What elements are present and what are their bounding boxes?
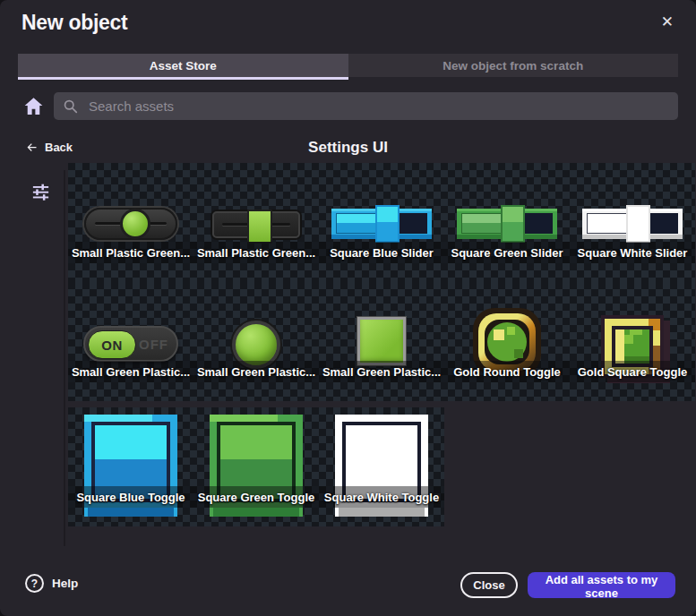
search-box[interactable] bbox=[54, 92, 678, 120]
back-arrow-icon bbox=[25, 141, 39, 154]
pixel-blue-slider-thumbnail bbox=[331, 209, 432, 239]
filter-tune-icon bbox=[30, 182, 51, 202]
tab-asset-store-label: Asset Store bbox=[150, 59, 217, 73]
asset-tile-square-white-slider[interactable]: Square White Slider bbox=[570, 163, 695, 282]
asset-tile-small-plastic-green-slider-square[interactable]: Small Plastic Green... bbox=[193, 163, 319, 282]
home-button[interactable] bbox=[22, 95, 45, 117]
asset-label-strip: Square White Toggle bbox=[319, 486, 444, 508]
asset-row-3: Square Blue Toggle Square Green Toggle S… bbox=[68, 407, 444, 526]
asset-tile-square-white-toggle[interactable]: Square White Toggle bbox=[319, 407, 444, 526]
new-object-dialog: New object ✕ Asset Store New object from… bbox=[0, 0, 696, 616]
green-square-button-thumbnail bbox=[357, 317, 406, 365]
asset-label-strip: Small Plastic Green... bbox=[68, 242, 193, 263]
asset-label: Small Green Plastic... bbox=[322, 365, 441, 379]
asset-tile-gold-round-toggle[interactable]: Gold Round Toggle bbox=[444, 282, 570, 401]
asset-tile-square-green-toggle[interactable]: Square Green Toggle bbox=[193, 407, 319, 526]
active-tab-underline bbox=[18, 77, 348, 80]
tab-asset-store[interactable]: Asset Store bbox=[18, 54, 348, 77]
asset-tile-small-green-plastic-square[interactable]: Small Green Plastic... bbox=[319, 282, 444, 401]
close-icon[interactable]: ✕ bbox=[661, 14, 674, 30]
asset-label: Square Blue Slider bbox=[330, 246, 434, 260]
pixel-white-slider-thumbnail bbox=[582, 209, 683, 239]
asset-label: Small Green Plastic... bbox=[197, 365, 315, 379]
asset-tile-square-blue-slider[interactable]: Square Blue Slider bbox=[319, 163, 444, 282]
section-title: Settings UI bbox=[0, 139, 696, 157]
toggle-on-label: ON bbox=[88, 330, 136, 359]
asset-tile-square-blue-toggle[interactable]: Square Blue Toggle bbox=[68, 407, 193, 526]
asset-label-strip: Square Blue Slider bbox=[319, 242, 444, 263]
asset-label-strip: Small Green Plastic... bbox=[319, 361, 444, 382]
asset-row-2: ON OFF Small Green Plastic... Small Gree… bbox=[68, 282, 695, 401]
asset-label: Gold Round Toggle bbox=[453, 365, 561, 379]
asset-label-strip: Square Green Slider bbox=[444, 242, 570, 263]
asset-label: Gold Square Toggle bbox=[578, 365, 688, 379]
vertical-divider bbox=[64, 170, 65, 546]
tab-bar: Asset Store New object from scratch bbox=[18, 54, 678, 80]
help-icon: ? bbox=[25, 574, 44, 593]
asset-tile-small-plastic-green-slider-round[interactable]: Small Plastic Green... bbox=[68, 163, 193, 282]
asset-label-strip: Gold Square Toggle bbox=[570, 361, 695, 382]
asset-tile-square-green-slider[interactable]: Square Green Slider bbox=[444, 163, 570, 282]
search-input[interactable] bbox=[87, 98, 669, 115]
asset-label: Square Blue Toggle bbox=[76, 491, 185, 504]
asset-label-strip: Square White Slider bbox=[570, 242, 695, 263]
asset-label: Square Green Toggle bbox=[198, 491, 315, 504]
asset-label: Small Green Plastic... bbox=[72, 365, 190, 379]
asset-label: Square White Slider bbox=[578, 246, 688, 260]
slider-round-knob-thumbnail bbox=[84, 208, 177, 240]
onoff-toggle-thumbnail: ON OFF bbox=[83, 326, 178, 362]
tab-scratch-label: New object from scratch bbox=[443, 59, 583, 73]
slider-square-knob-thumbnail bbox=[212, 211, 300, 238]
asset-row-1: Small Plastic Green... Small Plastic Gre… bbox=[68, 163, 695, 282]
home-icon bbox=[22, 95, 45, 117]
dialog-title: New object bbox=[21, 11, 127, 35]
asset-label-strip: Gold Round Toggle bbox=[444, 361, 570, 382]
asset-label-strip: Square Green Toggle bbox=[193, 486, 319, 508]
filter-button[interactable] bbox=[30, 182, 51, 202]
search-icon bbox=[63, 98, 78, 114]
help-label: Help bbox=[52, 577, 78, 590]
asset-label: Small Plastic Green... bbox=[72, 246, 190, 260]
back-button[interactable]: Back bbox=[25, 141, 73, 154]
asset-label: Square White Toggle bbox=[324, 491, 439, 504]
asset-tile-small-green-plastic-round[interactable]: Small Green Plastic... bbox=[193, 282, 319, 401]
asset-label-strip: Square Blue Toggle bbox=[68, 486, 193, 508]
asset-label-strip: Small Plastic Green... bbox=[193, 242, 319, 263]
asset-label: Small Plastic Green... bbox=[197, 246, 315, 260]
asset-label-strip: Small Green Plastic... bbox=[193, 361, 319, 382]
help-button[interactable]: ? Help bbox=[25, 574, 78, 593]
toggle-off-label: OFF bbox=[139, 328, 168, 360]
asset-tile-small-green-plastic-onoff[interactable]: ON OFF Small Green Plastic... bbox=[68, 282, 193, 401]
back-label: Back bbox=[45, 141, 73, 154]
add-all-assets-button[interactable]: Add all assets to my scene bbox=[528, 572, 675, 598]
asset-label: Square Green Slider bbox=[451, 246, 563, 260]
tab-new-object-from-scratch[interactable]: New object from scratch bbox=[348, 54, 679, 77]
pixel-green-slider-thumbnail bbox=[457, 209, 557, 239]
asset-tile-gold-square-toggle[interactable]: Gold Square Toggle bbox=[570, 282, 695, 401]
close-button[interactable]: Close bbox=[460, 572, 518, 598]
asset-label-strip: Small Green Plastic... bbox=[68, 361, 193, 382]
